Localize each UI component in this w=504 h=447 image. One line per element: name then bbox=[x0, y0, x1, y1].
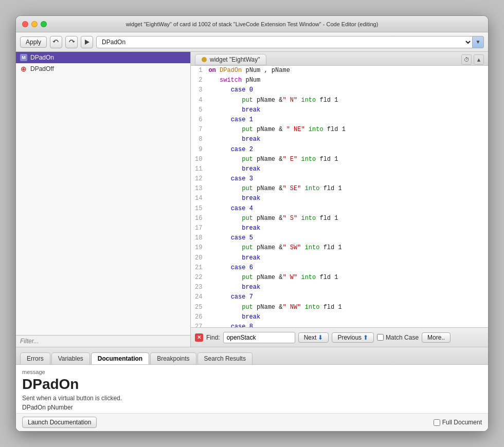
line-code: break bbox=[206, 135, 488, 144]
line-num: 1 bbox=[191, 66, 206, 76]
bottom-content: message DPadOn Sent when a virtual butto… bbox=[16, 364, 488, 431]
handler-select[interactable]: DPadOn bbox=[96, 36, 473, 48]
close-button[interactable] bbox=[22, 21, 28, 27]
line-code: case 2 bbox=[206, 145, 488, 155]
editor-pane: widget "EightWay" ⏱ ▲ 1 on DPadOn pNum ,… bbox=[191, 52, 488, 347]
window-title: widget "EightWay" of card id 1002 of sta… bbox=[126, 21, 379, 27]
table-row: 7 put pName & " NE" into fld 1 bbox=[191, 125, 488, 135]
line-num: 19 bbox=[191, 243, 206, 253]
table-row: 6 case 1 bbox=[191, 115, 488, 125]
line-num: 26 bbox=[191, 312, 206, 322]
line-code: case 8 bbox=[206, 322, 488, 327]
history-button[interactable]: ⏱ bbox=[461, 54, 472, 65]
table-row: 27 case 8 bbox=[191, 322, 488, 327]
collapse-button[interactable]: ▲ bbox=[474, 54, 484, 65]
table-row: 13 put pName &" SE" into fld 1 bbox=[191, 184, 488, 194]
doc-content: message DPadOn Sent when a virtual butto… bbox=[16, 365, 488, 413]
traffic-lights bbox=[22, 21, 47, 27]
tab-variables[interactable]: Variables bbox=[51, 352, 90, 364]
line-num: 7 bbox=[191, 125, 206, 135]
match-case-label[interactable]: Match Case bbox=[377, 334, 419, 341]
code-table: 1 on DPadOn pNum , pName 2 switch pNum 3… bbox=[191, 66, 488, 327]
filter-area bbox=[16, 335, 190, 347]
line-num: 5 bbox=[191, 105, 206, 115]
line-num: 22 bbox=[191, 273, 206, 283]
line-code: break bbox=[206, 164, 488, 174]
doc-title: DPadOn bbox=[22, 376, 482, 393]
find-input[interactable] bbox=[223, 332, 295, 343]
line-code: case 4 bbox=[206, 204, 488, 214]
next-button[interactable]: Next ⬇ bbox=[298, 332, 329, 343]
next-arrow-icon: ⬇ bbox=[318, 334, 323, 341]
find-label: Find: bbox=[206, 334, 220, 341]
doc-footer: Launch Documentation Full Document bbox=[16, 413, 488, 431]
sidebar: M DPadOn ⊕ DPadOff bbox=[16, 52, 191, 347]
main-window: widget "EightWay" of card id 1002 of sta… bbox=[15, 15, 489, 432]
toolbar: Apply DPadOn ▼ bbox=[16, 32, 488, 52]
full-document-label[interactable]: Full Document bbox=[434, 419, 482, 426]
doc-prefix: message bbox=[22, 369, 482, 375]
line-num: 13 bbox=[191, 184, 206, 194]
redo-button[interactable] bbox=[65, 36, 78, 48]
launch-documentation-button[interactable]: Launch Documentation bbox=[22, 417, 97, 428]
undo-button[interactable] bbox=[50, 36, 62, 48]
sidebar-item-dpadon[interactable]: M DPadOn bbox=[16, 52, 190, 63]
line-num: 24 bbox=[191, 292, 206, 302]
line-code: put pName &" N" into fld 1 bbox=[206, 96, 488, 105]
table-row: 11 break bbox=[191, 164, 488, 174]
line-num: 14 bbox=[191, 194, 206, 203]
apply-button[interactable]: Apply bbox=[20, 36, 47, 48]
find-clear-button[interactable]: ✕ bbox=[195, 333, 203, 342]
run-button[interactable] bbox=[81, 36, 93, 48]
table-row: 20 break bbox=[191, 253, 488, 263]
table-row: 22 put pName &" W" into fld 1 bbox=[191, 273, 488, 283]
line-num: 8 bbox=[191, 135, 206, 144]
table-row: 12 case 3 bbox=[191, 174, 488, 184]
line-num: 11 bbox=[191, 164, 206, 174]
full-document-checkbox[interactable] bbox=[434, 419, 440, 426]
editor-tab-eightway[interactable]: widget "EightWay" bbox=[195, 54, 266, 65]
minimize-button[interactable] bbox=[31, 21, 38, 27]
line-num: 15 bbox=[191, 204, 206, 214]
sidebar-handler-on-label: DPadOn bbox=[30, 54, 54, 61]
line-code: break bbox=[206, 194, 488, 203]
line-num: 9 bbox=[191, 145, 206, 155]
find-bar: ✕ Find: Next ⬇ Previous ⬆ Match Case Mor… bbox=[191, 327, 488, 347]
table-row: 17 break bbox=[191, 224, 488, 233]
tab-search-results[interactable]: Search Results bbox=[197, 352, 253, 364]
maximize-button[interactable] bbox=[41, 21, 47, 27]
main-content: M DPadOn ⊕ DPadOff widget "EightWay" bbox=[16, 52, 488, 347]
line-num: 2 bbox=[191, 76, 206, 85]
code-area[interactable]: 1 on DPadOn pNum , pName 2 switch pNum 3… bbox=[191, 66, 488, 327]
table-row: 21 case 6 bbox=[191, 263, 488, 273]
table-row: 24 case 7 bbox=[191, 292, 488, 302]
line-num: 6 bbox=[191, 115, 206, 125]
line-num: 4 bbox=[191, 96, 206, 105]
tab-documentation[interactable]: Documentation bbox=[91, 352, 149, 364]
line-code: case 0 bbox=[206, 85, 488, 95]
more-button[interactable]: More.. bbox=[422, 332, 451, 343]
sidebar-item-dpadoff[interactable]: ⊕ DPadOff bbox=[16, 63, 190, 74]
match-case-text: Match Case bbox=[386, 334, 419, 341]
previous-button[interactable]: Previous ⬆ bbox=[332, 332, 374, 343]
tab-errors[interactable]: Errors bbox=[20, 352, 50, 364]
table-row: 5 break bbox=[191, 105, 488, 115]
handler-on-icon: M bbox=[20, 54, 27, 61]
tab-breakpoints[interactable]: Breakpoints bbox=[150, 352, 196, 364]
line-code: put pName &" W" into fld 1 bbox=[206, 273, 488, 283]
table-row: 15 case 4 bbox=[191, 204, 488, 214]
line-code: put pName &" SW" into fld 1 bbox=[206, 243, 488, 253]
handler-select-arrow[interactable]: ▼ bbox=[473, 36, 484, 48]
line-num: 27 bbox=[191, 322, 206, 327]
doc-signature: DPadOn pNumber bbox=[22, 404, 482, 411]
line-num: 12 bbox=[191, 174, 206, 184]
line-num: 21 bbox=[191, 263, 206, 273]
match-case-checkbox[interactable] bbox=[377, 334, 384, 341]
filter-input[interactable] bbox=[20, 338, 186, 345]
line-num: 3 bbox=[191, 85, 206, 95]
sidebar-handler-off-label: DPadOff bbox=[30, 65, 54, 72]
line-code: case 7 bbox=[206, 292, 488, 302]
table-row: 26 break bbox=[191, 312, 488, 322]
tab-documentation-label: Documentation bbox=[98, 355, 142, 362]
tab-errors-label: Errors bbox=[27, 355, 44, 362]
